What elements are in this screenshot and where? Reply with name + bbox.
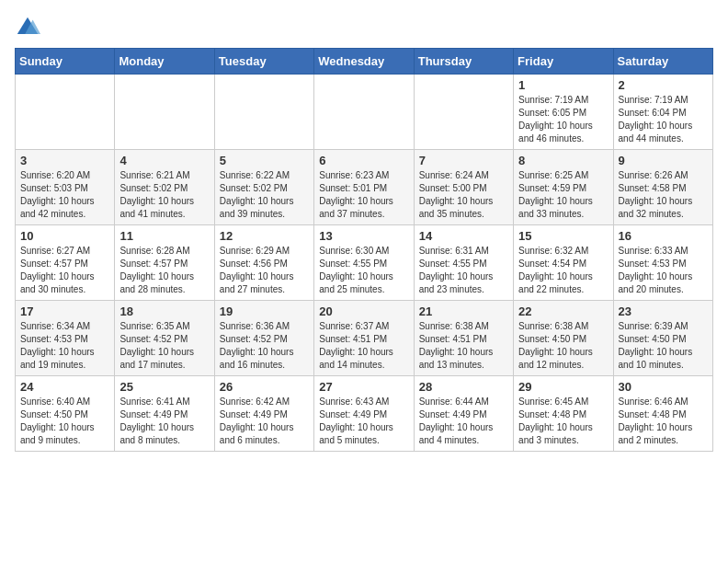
day-header-thursday: Thursday bbox=[414, 49, 513, 75]
week-row-5: 24Sunrise: 6:40 AM Sunset: 4:50 PM Dayli… bbox=[16, 376, 713, 452]
calendar-cell bbox=[214, 75, 313, 150]
week-row-2: 3Sunrise: 6:20 AM Sunset: 5:03 PM Daylig… bbox=[16, 150, 713, 225]
day-number: 19 bbox=[220, 304, 309, 318]
cell-content: Sunrise: 6:31 AM Sunset: 4:55 PM Dayligh… bbox=[419, 245, 508, 296]
cell-content: Sunrise: 6:38 AM Sunset: 4:50 PM Dayligh… bbox=[518, 320, 608, 372]
day-number: 28 bbox=[419, 380, 508, 394]
calendar-cell: 22Sunrise: 6:38 AM Sunset: 4:50 PM Dayli… bbox=[514, 301, 613, 376]
calendar-cell: 17Sunrise: 6:34 AM Sunset: 4:53 PM Dayli… bbox=[16, 301, 115, 376]
calendar-cell: 11Sunrise: 6:28 AM Sunset: 4:57 PM Dayli… bbox=[115, 225, 214, 301]
day-number: 21 bbox=[419, 304, 508, 318]
calendar-cell: 26Sunrise: 6:42 AM Sunset: 4:49 PM Dayli… bbox=[214, 376, 313, 452]
day-number: 23 bbox=[619, 304, 708, 318]
day-number: 14 bbox=[419, 229, 508, 243]
calendar-cell: 14Sunrise: 6:31 AM Sunset: 4:55 PM Dayli… bbox=[414, 225, 513, 301]
day-number: 9 bbox=[619, 154, 708, 167]
day-header-wednesday: Wednesday bbox=[314, 49, 414, 75]
calendar-cell: 5Sunrise: 6:22 AM Sunset: 5:02 PM Daylig… bbox=[214, 150, 313, 225]
cell-content: Sunrise: 6:41 AM Sunset: 4:49 PM Dayligh… bbox=[119, 396, 209, 447]
day-number: 11 bbox=[119, 229, 209, 243]
cell-content: Sunrise: 6:23 AM Sunset: 5:01 PM Dayligh… bbox=[319, 169, 408, 221]
cell-content: Sunrise: 6:38 AM Sunset: 4:51 PM Dayligh… bbox=[419, 320, 508, 372]
calendar-cell: 18Sunrise: 6:35 AM Sunset: 4:52 PM Dayli… bbox=[115, 301, 214, 376]
day-number: 1 bbox=[518, 78, 608, 92]
logo-icon bbox=[15, 15, 40, 40]
day-number: 22 bbox=[518, 304, 608, 318]
day-number: 16 bbox=[619, 229, 708, 243]
day-number: 8 bbox=[518, 154, 608, 167]
calendar-cell: 27Sunrise: 6:43 AM Sunset: 4:49 PM Dayli… bbox=[314, 376, 414, 452]
cell-content: Sunrise: 6:32 AM Sunset: 4:54 PM Dayligh… bbox=[518, 245, 608, 296]
calendar-cell bbox=[16, 75, 115, 150]
calendar-cell: 25Sunrise: 6:41 AM Sunset: 4:49 PM Dayli… bbox=[115, 376, 214, 452]
calendar-header-row: SundayMondayTuesdayWednesdayThursdayFrid… bbox=[16, 49, 713, 75]
calendar-cell: 2Sunrise: 7:19 AM Sunset: 6:04 PM Daylig… bbox=[613, 75, 712, 150]
day-number: 15 bbox=[518, 229, 608, 243]
cell-content: Sunrise: 6:39 AM Sunset: 4:50 PM Dayligh… bbox=[619, 320, 708, 372]
cell-content: Sunrise: 6:43 AM Sunset: 4:49 PM Dayligh… bbox=[319, 396, 408, 447]
calendar-cell: 20Sunrise: 6:37 AM Sunset: 4:51 PM Dayli… bbox=[314, 301, 414, 376]
day-number: 18 bbox=[119, 304, 209, 318]
calendar-cell: 6Sunrise: 6:23 AM Sunset: 5:01 PM Daylig… bbox=[314, 150, 414, 225]
calendar-cell: 9Sunrise: 6:26 AM Sunset: 4:58 PM Daylig… bbox=[613, 150, 712, 225]
cell-content: Sunrise: 6:34 AM Sunset: 4:53 PM Dayligh… bbox=[20, 320, 109, 372]
cell-content: Sunrise: 6:26 AM Sunset: 4:58 PM Dayligh… bbox=[619, 169, 708, 221]
cell-content: Sunrise: 6:21 AM Sunset: 5:02 PM Dayligh… bbox=[119, 169, 209, 221]
cell-content: Sunrise: 6:44 AM Sunset: 4:49 PM Dayligh… bbox=[419, 396, 508, 447]
calendar-cell: 12Sunrise: 6:29 AM Sunset: 4:56 PM Dayli… bbox=[214, 225, 313, 301]
calendar-cell: 24Sunrise: 6:40 AM Sunset: 4:50 PM Dayli… bbox=[16, 376, 115, 452]
calendar-cell bbox=[115, 75, 214, 150]
cell-content: Sunrise: 6:46 AM Sunset: 4:48 PM Dayligh… bbox=[619, 396, 708, 447]
day-number: 17 bbox=[20, 304, 109, 318]
calendar: SundayMondayTuesdayWednesdayThursdayFrid… bbox=[15, 48, 713, 452]
calendar-cell bbox=[414, 75, 513, 150]
day-number: 6 bbox=[319, 154, 408, 167]
calendar-cell: 29Sunrise: 6:45 AM Sunset: 4:48 PM Dayli… bbox=[514, 376, 613, 452]
day-number: 26 bbox=[220, 380, 309, 394]
calendar-cell: 8Sunrise: 6:25 AM Sunset: 4:59 PM Daylig… bbox=[514, 150, 613, 225]
day-header-monday: Monday bbox=[115, 49, 214, 75]
cell-content: Sunrise: 6:36 AM Sunset: 4:52 PM Dayligh… bbox=[220, 320, 309, 372]
calendar-cell: 28Sunrise: 6:44 AM Sunset: 4:49 PM Dayli… bbox=[414, 376, 513, 452]
day-header-friday: Friday bbox=[514, 49, 613, 75]
calendar-cell: 13Sunrise: 6:30 AM Sunset: 4:55 PM Dayli… bbox=[314, 225, 414, 301]
calendar-cell: 10Sunrise: 6:27 AM Sunset: 4:57 PM Dayli… bbox=[16, 225, 115, 301]
calendar-cell: 19Sunrise: 6:36 AM Sunset: 4:52 PM Dayli… bbox=[214, 301, 313, 376]
cell-content: Sunrise: 6:22 AM Sunset: 5:02 PM Dayligh… bbox=[220, 169, 309, 221]
cell-content: Sunrise: 6:28 AM Sunset: 4:57 PM Dayligh… bbox=[119, 245, 209, 296]
calendar-cell: 4Sunrise: 6:21 AM Sunset: 5:02 PM Daylig… bbox=[115, 150, 214, 225]
day-number: 25 bbox=[119, 380, 209, 394]
calendar-cell: 1Sunrise: 7:19 AM Sunset: 6:05 PM Daylig… bbox=[514, 75, 613, 150]
cell-content: Sunrise: 6:33 AM Sunset: 4:53 PM Dayligh… bbox=[619, 245, 708, 296]
calendar-cell: 7Sunrise: 6:24 AM Sunset: 5:00 PM Daylig… bbox=[414, 150, 513, 225]
day-number: 30 bbox=[619, 380, 708, 394]
day-number: 10 bbox=[20, 229, 109, 243]
calendar-cell: 15Sunrise: 6:32 AM Sunset: 4:54 PM Dayli… bbox=[514, 225, 613, 301]
day-number: 27 bbox=[319, 380, 408, 394]
calendar-cell: 3Sunrise: 6:20 AM Sunset: 5:03 PM Daylig… bbox=[16, 150, 115, 225]
day-number: 2 bbox=[619, 78, 708, 92]
cell-content: Sunrise: 7:19 AM Sunset: 6:04 PM Dayligh… bbox=[619, 94, 708, 145]
cell-content: Sunrise: 6:29 AM Sunset: 4:56 PM Dayligh… bbox=[220, 245, 309, 296]
day-number: 7 bbox=[419, 154, 508, 167]
day-number: 5 bbox=[220, 154, 309, 167]
cell-content: Sunrise: 6:20 AM Sunset: 5:03 PM Dayligh… bbox=[20, 169, 109, 221]
day-number: 29 bbox=[518, 380, 608, 394]
day-header-saturday: Saturday bbox=[613, 49, 712, 75]
week-row-3: 10Sunrise: 6:27 AM Sunset: 4:57 PM Dayli… bbox=[16, 225, 713, 301]
logo bbox=[15, 15, 44, 40]
cell-content: Sunrise: 6:27 AM Sunset: 4:57 PM Dayligh… bbox=[20, 245, 109, 296]
day-number: 24 bbox=[20, 380, 109, 394]
calendar-cell: 30Sunrise: 6:46 AM Sunset: 4:48 PM Dayli… bbox=[613, 376, 712, 452]
week-row-4: 17Sunrise: 6:34 AM Sunset: 4:53 PM Dayli… bbox=[16, 301, 713, 376]
day-header-sunday: Sunday bbox=[16, 49, 115, 75]
day-number: 12 bbox=[220, 229, 309, 243]
cell-content: Sunrise: 6:30 AM Sunset: 4:55 PM Dayligh… bbox=[319, 245, 408, 296]
calendar-cell: 23Sunrise: 6:39 AM Sunset: 4:50 PM Dayli… bbox=[613, 301, 712, 376]
week-row-1: 1Sunrise: 7:19 AM Sunset: 6:05 PM Daylig… bbox=[16, 75, 713, 150]
day-number: 4 bbox=[119, 154, 209, 167]
header bbox=[15, 15, 713, 40]
cell-content: Sunrise: 6:45 AM Sunset: 4:48 PM Dayligh… bbox=[518, 396, 608, 447]
day-number: 3 bbox=[20, 154, 109, 167]
day-header-tuesday: Tuesday bbox=[214, 49, 313, 75]
